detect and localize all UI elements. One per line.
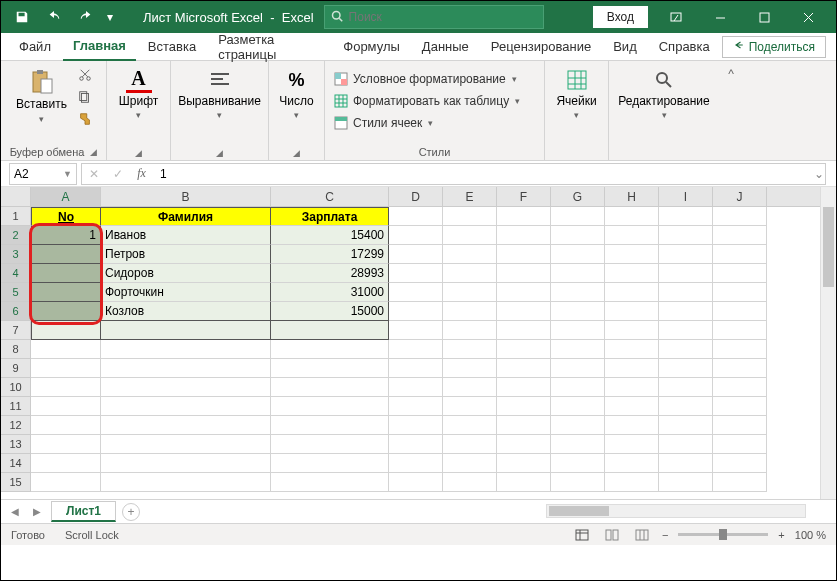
select-all-corner[interactable] xyxy=(1,187,31,206)
cancel-formula-icon[interactable]: ✕ xyxy=(82,163,106,185)
redo-icon[interactable] xyxy=(71,3,101,31)
cell[interactable] xyxy=(271,378,389,397)
cell[interactable] xyxy=(605,264,659,283)
paste-button[interactable]: Вставить ▾ xyxy=(12,68,71,125)
col-header-J[interactable]: J xyxy=(713,187,767,206)
cell[interactable] xyxy=(31,321,101,340)
row-header[interactable]: 5 xyxy=(1,283,31,302)
cell[interactable] xyxy=(389,359,443,378)
cell[interactable] xyxy=(443,245,497,264)
expand-formula-icon[interactable]: ⌄ xyxy=(813,167,825,181)
col-header-B[interactable]: B xyxy=(101,187,271,206)
cell[interactable] xyxy=(389,340,443,359)
alignment-button[interactable]: Выравнивание ▾ xyxy=(174,65,265,122)
cell[interactable] xyxy=(497,245,551,264)
cell-header[interactable]: Фамилия xyxy=(101,207,271,226)
cell[interactable] xyxy=(713,321,767,340)
tab-insert[interactable]: Вставка xyxy=(138,33,206,61)
cell[interactable] xyxy=(659,207,713,226)
cell[interactable] xyxy=(443,321,497,340)
cell[interactable] xyxy=(713,226,767,245)
cell[interactable] xyxy=(31,416,101,435)
close-icon[interactable] xyxy=(786,1,830,33)
cell[interactable] xyxy=(497,378,551,397)
cell[interactable]: 1 xyxy=(31,226,101,245)
cell[interactable] xyxy=(659,397,713,416)
cell[interactable] xyxy=(497,302,551,321)
row-header[interactable]: 12 xyxy=(1,416,31,435)
cell[interactable] xyxy=(551,416,605,435)
cell[interactable]: 15000 xyxy=(271,302,389,321)
tab-view[interactable]: Вид xyxy=(603,33,647,61)
cell[interactable] xyxy=(659,226,713,245)
sheet-tab-1[interactable]: Лист1 xyxy=(51,501,116,522)
fx-icon[interactable]: fx xyxy=(130,163,154,185)
cell[interactable] xyxy=(605,226,659,245)
cell[interactable]: 17299 xyxy=(271,245,389,264)
row-header[interactable]: 3 xyxy=(1,245,31,264)
cell[interactable]: 15400 xyxy=(271,226,389,245)
cell[interactable] xyxy=(551,359,605,378)
cell[interactable] xyxy=(497,416,551,435)
cell[interactable] xyxy=(713,473,767,492)
cell[interactable] xyxy=(605,283,659,302)
cell[interactable] xyxy=(443,378,497,397)
cell[interactable] xyxy=(497,473,551,492)
cell[interactable] xyxy=(101,378,271,397)
cell[interactable] xyxy=(497,321,551,340)
cell[interactable] xyxy=(713,264,767,283)
cell[interactable] xyxy=(389,416,443,435)
col-header-A[interactable]: A xyxy=(31,187,101,206)
enter-formula-icon[interactable]: ✓ xyxy=(106,163,130,185)
cell[interactable] xyxy=(605,473,659,492)
cell[interactable] xyxy=(101,416,271,435)
cell[interactable] xyxy=(101,397,271,416)
row-header[interactable]: 6 xyxy=(1,302,31,321)
zoom-out-icon[interactable]: − xyxy=(662,529,668,541)
dialog-launcher-icon[interactable]: ◢ xyxy=(135,148,142,158)
cell[interactable] xyxy=(443,264,497,283)
cell[interactable] xyxy=(551,264,605,283)
view-page-layout-icon[interactable] xyxy=(602,527,622,543)
cell[interactable] xyxy=(389,226,443,245)
cell[interactable] xyxy=(659,245,713,264)
tab-help[interactable]: Справка xyxy=(649,33,720,61)
cell[interactable] xyxy=(551,226,605,245)
cell[interactable] xyxy=(605,359,659,378)
cell[interactable]: Иванов xyxy=(101,226,271,245)
share-button[interactable]: Поделиться xyxy=(722,36,826,58)
cell[interactable] xyxy=(101,359,271,378)
dialog-launcher-icon[interactable]: ◢ xyxy=(216,148,223,158)
cell[interactable] xyxy=(713,207,767,226)
cell[interactable] xyxy=(389,283,443,302)
save-icon[interactable] xyxy=(7,3,37,31)
zoom-in-icon[interactable]: + xyxy=(778,529,784,541)
cell[interactable]: Петров xyxy=(101,245,271,264)
cell[interactable] xyxy=(31,340,101,359)
cell[interactable] xyxy=(659,378,713,397)
cell[interactable] xyxy=(605,207,659,226)
row-header[interactable]: 10 xyxy=(1,378,31,397)
cell[interactable] xyxy=(659,359,713,378)
cell[interactable] xyxy=(271,340,389,359)
view-normal-icon[interactable] xyxy=(572,527,592,543)
cell[interactable] xyxy=(497,340,551,359)
cell[interactable] xyxy=(605,321,659,340)
cell[interactable] xyxy=(713,435,767,454)
undo-icon[interactable] xyxy=(39,3,69,31)
cell[interactable] xyxy=(443,340,497,359)
cell[interactable] xyxy=(713,340,767,359)
cell[interactable] xyxy=(605,416,659,435)
tab-data[interactable]: Данные xyxy=(412,33,479,61)
cell[interactable] xyxy=(443,207,497,226)
font-button[interactable]: A Шрифт ▾ xyxy=(115,65,162,122)
row-header[interactable]: 9 xyxy=(1,359,31,378)
cell[interactable] xyxy=(551,340,605,359)
cell[interactable] xyxy=(605,397,659,416)
cell[interactable]: 28993 xyxy=(271,264,389,283)
cell[interactable] xyxy=(713,416,767,435)
cell[interactable] xyxy=(31,378,101,397)
cell[interactable] xyxy=(31,435,101,454)
ribbon-display-icon[interactable] xyxy=(654,1,698,33)
cell[interactable]: Форточкин xyxy=(101,283,271,302)
